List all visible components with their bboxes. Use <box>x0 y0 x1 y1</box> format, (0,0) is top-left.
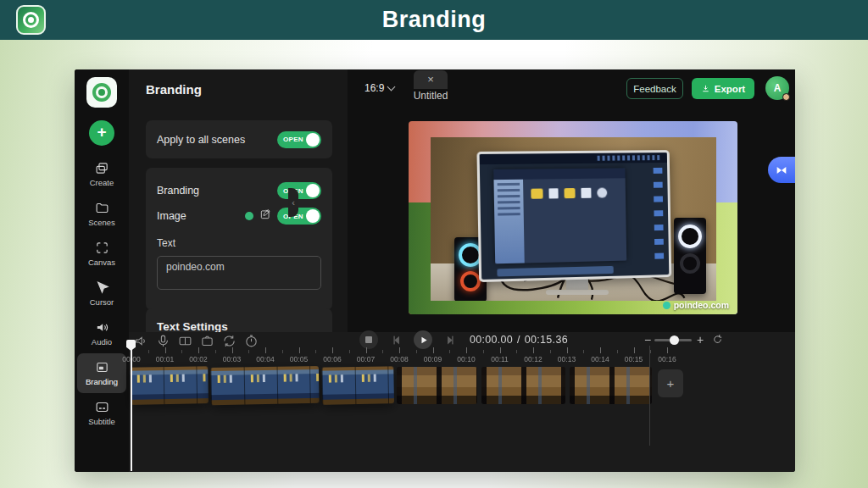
close-project-button[interactable]: × <box>414 70 448 89</box>
timeline-ruler[interactable]: 00:0000:0100:0200:0300:0400:0500:0600:07… <box>129 346 795 366</box>
sidebar-item-subtitle[interactable]: Subtitle <box>75 393 129 433</box>
ruler-label: 00:03 <box>223 355 241 363</box>
ruler-label: 00:10 <box>457 355 475 363</box>
ruler-label: 00:08 <box>390 355 408 363</box>
panel-title: Branding <box>146 82 348 97</box>
file-icon <box>548 188 558 198</box>
current-time: 00:00.00 <box>470 334 513 346</box>
branding-panel: Branding Apply to all scenes OPEN Brandi… <box>129 69 348 332</box>
file-icon <box>581 187 591 197</box>
folder-icon <box>531 188 543 198</box>
monitor <box>476 150 671 282</box>
timeline-clip[interactable] <box>210 366 319 405</box>
subtitle-icon <box>95 400 109 414</box>
video-photo <box>431 137 716 301</box>
zoom-out-button[interactable]: − <box>644 334 651 346</box>
timeline-clip[interactable] <box>131 366 209 405</box>
sidebar-item-canvas[interactable]: Canvas <box>75 234 129 274</box>
presence-dot <box>782 93 790 101</box>
ruler-label: 00:02 <box>189 355 207 363</box>
ruler-label: 00:15 <box>625 355 643 363</box>
folder-icon <box>565 188 576 198</box>
sidebar-item-branding[interactable]: Branding <box>77 353 126 393</box>
watermark: poindeo.com <box>663 300 729 310</box>
content-end-line <box>649 346 650 446</box>
sidebar-item-create[interactable]: Create <box>75 154 129 194</box>
clips-icon <box>775 164 788 177</box>
avatar[interactable]: A <box>765 76 789 100</box>
app-window: + Create Scenes Canvas Cursor Audio <box>75 69 795 472</box>
timeline-clip[interactable] <box>570 367 652 404</box>
branding-toggle[interactable]: OPEN <box>277 182 321 199</box>
branding-icon <box>95 360 109 374</box>
image-row-label: Image <box>157 210 186 222</box>
aspect-ratio-select[interactable]: 16:9 <box>364 82 394 94</box>
chevron-down-icon <box>387 83 396 92</box>
text-field-label: Text <box>157 237 321 249</box>
timeline-clip[interactable] <box>481 367 565 404</box>
ruler-label: 00:16 <box>658 355 676 363</box>
file-manager-window <box>493 168 626 264</box>
apply-all-label: Apply to all scenes <box>157 134 245 146</box>
ruler-label: 00:04 <box>256 355 274 363</box>
ruler-label: 00:06 <box>323 355 341 363</box>
add-new-button[interactable]: + <box>89 120 114 146</box>
ruler-label: 00:11 <box>491 355 509 363</box>
zoom-in-button[interactable]: + <box>697 334 704 346</box>
preview-area: 16:9 × Untitled Feedback Export A <box>348 69 795 332</box>
audio-icon <box>95 320 109 335</box>
feedback-button[interactable]: Feedback <box>626 78 683 99</box>
page-title: Branding <box>382 7 487 33</box>
ruler-label: 00:14 <box>591 355 609 363</box>
scenes-icon <box>95 201 109 215</box>
clips-side-tab[interactable] <box>768 157 795 183</box>
poindeo-logo-icon <box>16 5 46 35</box>
playhead-line <box>131 342 132 471</box>
apply-all-toggle[interactable]: OPEN <box>277 131 321 148</box>
ruler-label: 00:13 <box>558 355 576 363</box>
branding-row-label: Branding <box>157 185 199 197</box>
desktop-icons-column <box>654 167 665 260</box>
time-display: 00:00.00 / 00:15.36 <box>470 334 568 346</box>
add-clip-button[interactable]: + <box>658 369 683 397</box>
ruler-label: 00:05 <box>290 355 308 363</box>
prev-frame-button[interactable] <box>392 335 403 346</box>
brand-text-input[interactable] <box>157 256 321 290</box>
sidebar-item-audio[interactable]: Audio <box>75 313 129 353</box>
video-canvas: poindeo.com <box>409 121 737 314</box>
preview-topbar: 16:9 × Untitled Feedback Export A <box>348 69 795 108</box>
ruler-label: 00:09 <box>424 355 442 363</box>
branding-card: Branding OPEN Image OPEN Text <box>146 168 332 310</box>
zoom-slider[interactable] <box>654 339 692 341</box>
zoom-slider-knob[interactable] <box>670 336 679 345</box>
page-header: Branding <box>0 0 868 40</box>
project-title[interactable]: Untitled <box>400 90 461 102</box>
disk-icon <box>597 187 607 197</box>
timeline-clip[interactable] <box>322 366 394 404</box>
text-settings-title: Text Settings <box>157 320 228 333</box>
download-icon <box>701 84 710 93</box>
zoom-reset-icon[interactable] <box>712 334 723 347</box>
ruler-label: 00:01 <box>156 355 174 363</box>
app-logo-icon <box>86 77 117 108</box>
image-toggle[interactable]: OPEN <box>277 208 321 225</box>
edit-image-icon[interactable] <box>259 208 271 224</box>
next-frame-button[interactable] <box>444 335 455 346</box>
timeline: 00:00.00 / 00:15.36 − + 00:0000:0100:020… <box>129 332 795 472</box>
filmstrip <box>129 367 795 404</box>
apply-all-card: Apply to all scenes OPEN <box>146 120 332 158</box>
export-button[interactable]: Export <box>692 78 754 99</box>
canvas-icon <box>95 241 109 255</box>
create-icon <box>95 161 109 175</box>
watermark-logo-icon <box>663 302 670 309</box>
panel-collapse-handle[interactable]: ‹ <box>288 188 298 217</box>
brand-image-thumb <box>245 212 253 220</box>
right-speaker <box>674 218 706 294</box>
cursor-icon <box>95 280 109 295</box>
ruler-label: 00:07 <box>357 355 375 363</box>
sidebar: + Create Scenes Canvas Cursor Audio <box>75 69 129 472</box>
sidebar-item-scenes[interactable]: Scenes <box>75 194 129 234</box>
sidebar-item-cursor[interactable]: Cursor <box>75 274 129 313</box>
taskbar <box>497 266 614 276</box>
timeline-clip[interactable] <box>397 367 477 404</box>
